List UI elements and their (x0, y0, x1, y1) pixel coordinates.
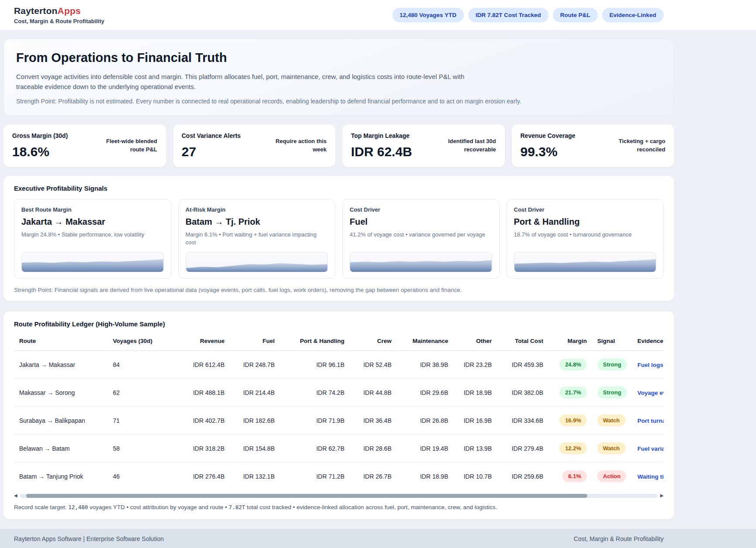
ledger-header-row: Route Voyages (30d) Revenue Fuel Port & … (14, 330, 664, 351)
signal-title: Jakarta → Makassar (21, 217, 164, 227)
signal-card-best-route: Best Route Margin Jakarta → Makassar Mar… (14, 199, 171, 279)
badge-voyages-ytd: 12,480 Voyages YTD (392, 8, 464, 22)
col-other: Other (453, 330, 497, 351)
col-maintenance: Maintenance (397, 330, 453, 351)
cell-margin: 24.8% (548, 351, 592, 379)
cell-total: IDR 382.0B (497, 379, 548, 407)
cell-crew: IDR 28.6B (350, 435, 397, 462)
cell-signal: Strong (592, 351, 632, 379)
cell-signal: Watch (592, 435, 632, 462)
sparkline-chart (186, 252, 328, 272)
margin-badge: 24.8% (559, 359, 587, 370)
brand-primary: Rayterton (14, 6, 58, 16)
signal-badge: Watch (597, 442, 626, 454)
scroll-left-icon[interactable]: ◀ (14, 493, 17, 498)
kpi-cost-variance-alerts: Cost Variance Alerts 27 Require action t… (173, 124, 336, 167)
hero-panel: From Operations to Financial Truth Conve… (3, 38, 674, 116)
table-row: Jakarta → Makassar 84 IDR 612.4B IDR 248… (14, 351, 664, 379)
sparkline-chart (514, 252, 657, 272)
cell-crew: IDR 26.7B (350, 462, 397, 490)
cell-evidence: Fuel logs (632, 351, 664, 379)
sparkline-chart (21, 252, 164, 272)
margin-badge: 12.2% (559, 442, 587, 454)
app-logo: RaytertonApps (14, 6, 104, 16)
hero-description: Convert voyage activities into defensibl… (16, 72, 470, 92)
record-scale-note: Record scale target: 12,480 voyages YTD … (14, 504, 664, 510)
badge-cost-tracked: IDR 7.82T Cost Tracked (468, 8, 548, 22)
cell-fuel: IDR 248.7B (230, 351, 280, 379)
footer-left-text: Rayterton Apps Software | Enterprise Sof… (14, 535, 164, 542)
cell-maintenance: IDR 29.6B (397, 379, 453, 407)
kpi-row: Gross Margin (30d) 18.6% Fleet-wide blen… (3, 124, 674, 167)
cell-crew: IDR 44.8B (350, 379, 397, 407)
cell-other: IDR 16.9B (453, 407, 497, 435)
margin-badge: 21.7% (559, 387, 587, 398)
kpi-note: Require action this week (263, 137, 327, 154)
col-route: Route (14, 330, 108, 351)
kpi-value: 18.6% (12, 144, 68, 159)
cell-route: Makassar → Sorong (14, 379, 108, 407)
signal-card-at-risk: At-Risk Margin Batam → Tj. Priok Margin … (178, 199, 336, 279)
kpi-value: IDR 62.4B (351, 144, 412, 159)
app-footer: Rayterton Apps Software | Enterprise Sof… (0, 529, 756, 548)
col-total-cost: Total Cost (497, 330, 548, 351)
ledger-table: Route Voyages (30d) Revenue Fuel Port & … (14, 330, 664, 490)
signal-tag: Cost Driver (350, 206, 492, 213)
cell-margin: 21.7% (548, 379, 592, 407)
table-row: Makassar → Sorong 62 IDR 488.1B IDR 214.… (14, 379, 664, 407)
signal-detail: 18.7% of voyage cost • turnaround govern… (514, 231, 657, 247)
cell-voyages: 84 (108, 351, 177, 379)
signal-detail: 41.2% of voyage cost • variance governed… (350, 231, 492, 247)
badge-evidence-linked: Evidence-Linked (602, 8, 664, 22)
ledger-title: Route Profitability Ledger (High-Volume … (14, 320, 664, 328)
kpi-value: 99.3% (521, 144, 576, 159)
signal-tag: Cost Driver (514, 206, 657, 213)
cell-fuel: IDR 154.8B (230, 435, 280, 462)
kpi-value: 27 (182, 144, 241, 159)
cell-route: Surabaya → Balikpapan (14, 407, 108, 435)
evidence-link[interactable]: Fuel varia (637, 445, 664, 452)
evidence-link[interactable]: Waiting ti (637, 473, 664, 480)
table-horizontal-scrollbar[interactable]: ◀ ▶ (14, 493, 664, 498)
signal-badge: Strong (597, 359, 627, 370)
table-row: Belawan → Batam 58 IDR 318.2B IDR 154.8B… (14, 435, 664, 462)
cell-crew: IDR 52.4B (350, 351, 397, 379)
cell-maintenance: IDR 38.9B (397, 351, 453, 379)
kpi-label: Top Margin Leakage (351, 132, 412, 139)
app-subtitle: Cost, Margin & Route Profitability (14, 18, 104, 24)
cell-total: IDR 334.6B (497, 407, 548, 435)
col-port-handling: Port & Handling (280, 330, 350, 351)
cell-evidence: Waiting ti (632, 462, 664, 490)
table-row: Surabaya → Balikpapan 71 IDR 402.7B IDR … (14, 407, 664, 435)
scrollbar-thumb[interactable] (26, 494, 587, 498)
cell-signal: Action (592, 462, 632, 490)
kpi-note: Fleet-wide blended route P&L (94, 137, 157, 154)
col-revenue: Revenue (177, 330, 230, 351)
brand-block: RaytertonApps Cost, Margin & Route Profi… (14, 6, 104, 24)
kpi-revenue-coverage: Revenue Coverage 99.3% Ticketing + cargo… (512, 124, 674, 167)
cell-voyages: 58 (108, 435, 177, 462)
evidence-link[interactable]: Voyage ev (637, 390, 664, 396)
evidence-link[interactable]: Port turna (637, 418, 664, 424)
scrollbar-track[interactable] (20, 494, 658, 498)
table-row: Batam → Tanjung Priok 46 IDR 276.4B IDR … (14, 462, 664, 490)
evidence-link[interactable]: Fuel logs (637, 362, 663, 368)
scroll-right-icon[interactable]: ▶ (660, 493, 664, 498)
kpi-note: Ticketing + cargo reconciled (602, 137, 665, 154)
ledger-panel: Route Profitability Ledger (High-Volume … (3, 312, 674, 519)
cell-port: IDR 96.1B (280, 351, 350, 379)
signal-title: Port & Handling (514, 217, 657, 227)
signal-card-port-handling: Cost Driver Port & Handling 18.7% of voy… (507, 199, 664, 279)
cell-other: IDR 13.9B (453, 435, 497, 462)
col-signal: Signal (592, 330, 632, 351)
cell-port: IDR 62.7B (280, 435, 350, 462)
col-evidence: Evidence (632, 330, 664, 351)
kpi-note: Identified last 30d recoverable (433, 137, 496, 154)
cell-revenue: IDR 612.4B (177, 351, 230, 379)
kpi-label: Revenue Coverage (521, 132, 576, 139)
note-text: Record scale target: (14, 504, 68, 510)
footer-right-text: Cost, Margin & Route Profitability (574, 535, 664, 542)
signal-detail: Margin 24.8% • Stable performance, low v… (21, 231, 164, 247)
main-content: From Operations to Financial Truth Conve… (3, 31, 674, 519)
cell-other: IDR 10.7B (453, 462, 497, 490)
